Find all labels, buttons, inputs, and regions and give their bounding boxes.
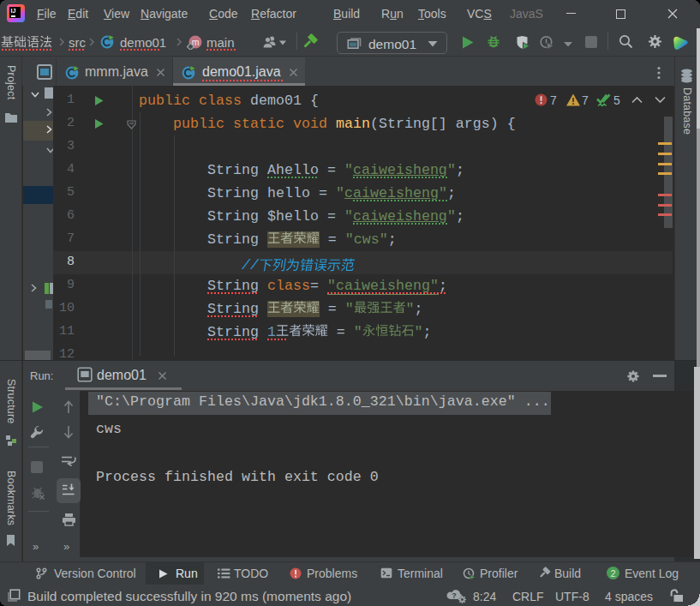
svg-text:?: ? [452, 591, 457, 600]
